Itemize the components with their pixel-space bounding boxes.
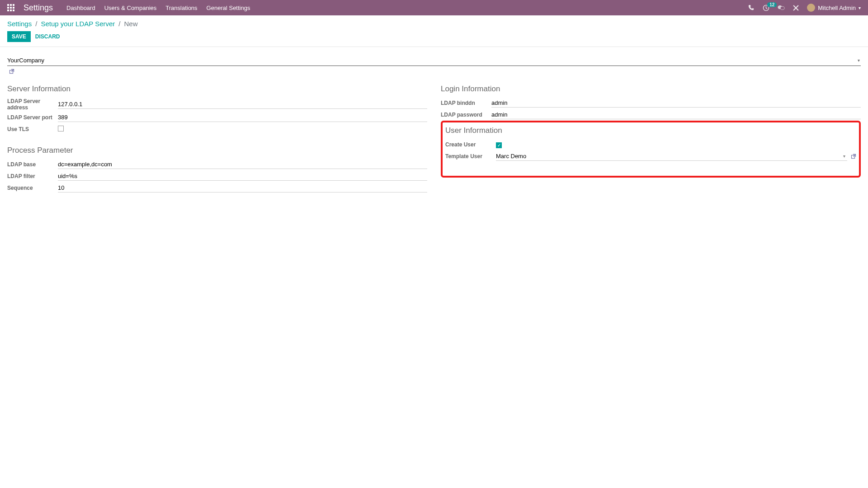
company-input[interactable] bbox=[7, 56, 861, 65]
ldap-filter-input[interactable] bbox=[58, 172, 427, 180]
company-field[interactable]: ▾ bbox=[7, 56, 861, 66]
process-param-title: Process Parameter bbox=[7, 146, 427, 155]
ldap-server-port-input[interactable] bbox=[58, 113, 427, 122]
avatar bbox=[807, 4, 815, 12]
create-user-checkbox[interactable]: ✓ bbox=[496, 142, 502, 148]
ldap-server-address-input[interactable] bbox=[58, 100, 427, 108]
ldap-server-address-label: LDAP Server address bbox=[7, 98, 58, 111]
user-info-highlight: User Information Create User ✓ Template … bbox=[441, 121, 861, 178]
breadcrumb-root[interactable]: Settings bbox=[7, 20, 32, 28]
server-info-title: Server Information bbox=[7, 84, 427, 94]
template-user-label: Template User bbox=[445, 153, 496, 160]
form-sheet: ▾ Server Information LDAP Server address… bbox=[0, 47, 868, 204]
phone-icon[interactable] bbox=[748, 5, 755, 11]
ldap-base-label: LDAP base bbox=[7, 161, 58, 168]
top-menu: Dashboard Users & Companies Translations… bbox=[66, 5, 250, 11]
ldap-binddn-label: LDAP binddn bbox=[441, 100, 491, 106]
breadcrumb-middle[interactable]: Setup your LDAP Server bbox=[41, 20, 115, 28]
ldap-password-input[interactable] bbox=[491, 110, 861, 119]
ldap-filter-label: LDAP filter bbox=[7, 173, 58, 179]
user-menu[interactable]: Mitchell Admin ▾ bbox=[807, 4, 861, 12]
sequence-input[interactable] bbox=[58, 183, 427, 192]
discard-button[interactable]: DISCARD bbox=[34, 31, 61, 42]
ldap-base-input[interactable] bbox=[58, 160, 427, 169]
apps-icon[interactable] bbox=[7, 4, 15, 12]
ldap-binddn-input[interactable] bbox=[491, 99, 861, 107]
external-link-icon[interactable] bbox=[9, 69, 14, 74]
menu-users-companies[interactable]: Users & Companies bbox=[104, 5, 157, 11]
external-link-icon[interactable] bbox=[851, 154, 856, 159]
template-user-input[interactable] bbox=[496, 152, 843, 160]
control-panel: Settings / Setup your LDAP Server / New … bbox=[0, 15, 868, 47]
ldap-password-label: LDAP password bbox=[441, 112, 491, 118]
chevron-down-icon: ▾ bbox=[859, 5, 861, 10]
messages-icon[interactable] bbox=[778, 5, 785, 11]
left-column: Server Information LDAP Server address L… bbox=[7, 84, 427, 195]
use-tls-checkbox[interactable] bbox=[58, 126, 64, 131]
right-column: Login Information LDAP binddn LDAP passw… bbox=[441, 84, 861, 195]
menu-general-settings[interactable]: General Settings bbox=[207, 5, 250, 11]
menu-translations[interactable]: Translations bbox=[165, 5, 197, 11]
close-icon[interactable] bbox=[793, 5, 799, 11]
app-title: Settings bbox=[24, 3, 53, 13]
chevron-down-icon[interactable]: ▾ bbox=[843, 154, 845, 159]
top-navbar: Settings Dashboard Users & Companies Tra… bbox=[0, 0, 868, 15]
user-name: Mitchell Admin bbox=[818, 5, 856, 11]
login-info-title: Login Information bbox=[441, 84, 861, 94]
ldap-server-port-label: LDAP Server port bbox=[7, 114, 58, 121]
save-button[interactable]: SAVE bbox=[7, 31, 31, 42]
breadcrumb-current: New bbox=[124, 20, 138, 28]
activity-badge: 12 bbox=[767, 2, 777, 7]
user-info-title: User Information bbox=[445, 126, 856, 135]
chevron-down-icon[interactable]: ▾ bbox=[858, 58, 860, 63]
create-user-label: Create User bbox=[445, 141, 496, 148]
activity-icon[interactable]: 12 bbox=[763, 5, 769, 11]
use-tls-label: Use TLS bbox=[7, 126, 58, 132]
svg-point-2 bbox=[780, 6, 784, 9]
menu-dashboard[interactable]: Dashboard bbox=[66, 5, 95, 11]
sequence-label: Sequence bbox=[7, 185, 58, 191]
breadcrumb: Settings / Setup your LDAP Server / New bbox=[7, 20, 861, 28]
